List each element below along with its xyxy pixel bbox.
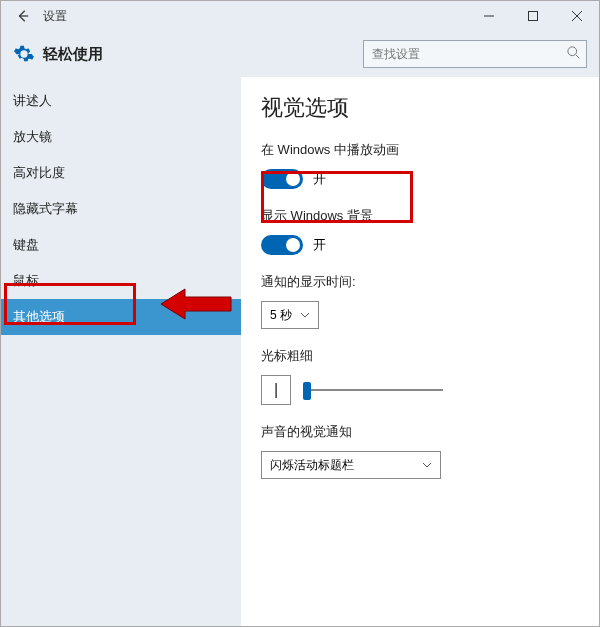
- gear-icon: [13, 43, 35, 65]
- minimize-button[interactable]: [467, 1, 511, 31]
- svg-rect-1: [529, 12, 538, 21]
- search-input[interactable]: [363, 40, 587, 68]
- sound-visual-select[interactable]: 闪烁活动标题栏: [261, 451, 441, 479]
- header-title: 轻松使用: [43, 45, 103, 64]
- maximize-icon: [528, 11, 538, 21]
- search-icon: [567, 46, 581, 60]
- bg-state: 开: [313, 236, 326, 254]
- notify-value: 5 秒: [270, 307, 292, 324]
- svg-line-5: [576, 55, 580, 59]
- chevron-down-icon: [300, 310, 310, 320]
- notify-label: 通知的显示时间:: [261, 273, 579, 291]
- sound-label: 声音的视觉通知: [261, 423, 579, 441]
- sidebar-item-captions[interactable]: 隐藏式字幕: [1, 191, 241, 227]
- window-title: 设置: [43, 8, 67, 25]
- anim-toggle[interactable]: [261, 169, 303, 189]
- anim-state: 开: [313, 170, 326, 188]
- cursor-slider[interactable]: [303, 389, 443, 391]
- sidebar-item-keyboard[interactable]: 键盘: [1, 227, 241, 263]
- main-content: 视觉选项 在 Windows 中播放动画 开 显示 Windows 背景 开 通…: [241, 77, 599, 627]
- svg-point-4: [568, 47, 577, 56]
- minimize-icon: [484, 11, 494, 21]
- close-icon: [572, 11, 582, 21]
- close-button[interactable]: [555, 1, 599, 31]
- back-button[interactable]: [9, 2, 37, 30]
- cursor-label: 光标粗细: [261, 347, 579, 365]
- sidebar-item-contrast[interactable]: 高对比度: [1, 155, 241, 191]
- sidebar-item-magnifier[interactable]: 放大镜: [1, 119, 241, 155]
- svg-marker-6: [161, 289, 231, 319]
- sidebar-item-narrator[interactable]: 讲述人: [1, 83, 241, 119]
- chevron-down-icon: [422, 460, 432, 470]
- sidebar: 讲述人 放大镜 高对比度 隐藏式字幕 键盘 鼠标 其他选项: [1, 77, 241, 627]
- bg-label: 显示 Windows 背景: [261, 207, 579, 225]
- sound-visual-value: 闪烁活动标题栏: [270, 457, 354, 474]
- annotation-arrow-icon: [161, 287, 233, 321]
- bg-toggle[interactable]: [261, 235, 303, 255]
- cursor-preview: |: [261, 375, 291, 405]
- maximize-button[interactable]: [511, 1, 555, 31]
- back-arrow-icon: [16, 9, 30, 23]
- page-title: 视觉选项: [261, 93, 579, 123]
- notify-select[interactable]: 5 秒: [261, 301, 319, 329]
- anim-label: 在 Windows 中播放动画: [261, 141, 579, 159]
